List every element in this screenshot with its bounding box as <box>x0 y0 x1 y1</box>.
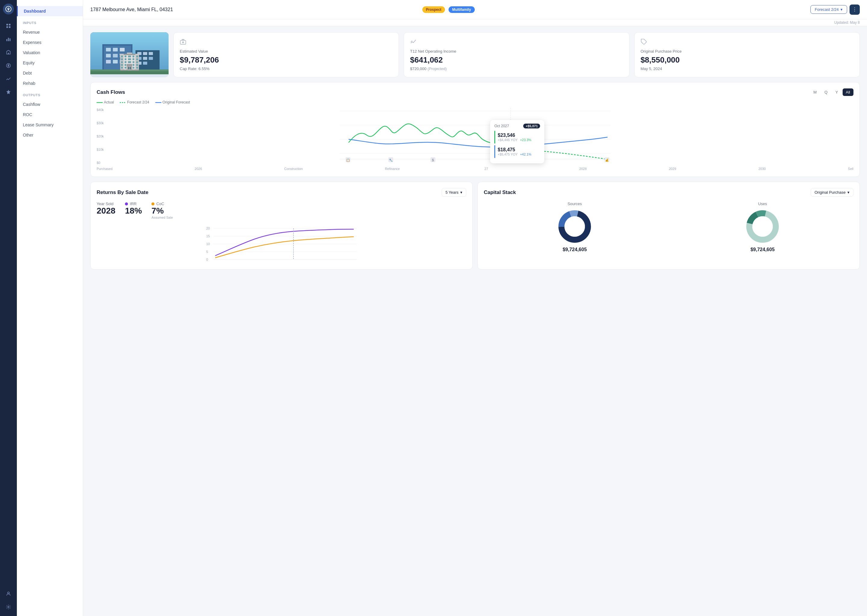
sidebar-item-dashboard[interactable]: Dashboard <box>17 6 83 16</box>
t12-noi-card: T12 Net Operating Income $641,062 $720,0… <box>404 32 629 77</box>
svg-rect-33 <box>143 62 147 64</box>
svg-rect-7 <box>8 38 9 41</box>
returns-header: Returns By Sale Date 5 Years ▾ <box>97 188 466 197</box>
svg-rect-31 <box>149 57 153 60</box>
uses-donut <box>744 209 780 245</box>
period-all-button[interactable]: All <box>843 88 853 96</box>
chart-title: Cash Flows <box>97 90 125 95</box>
nav-building-icon[interactable] <box>3 47 14 58</box>
nav-dollar-icon[interactable] <box>3 60 14 71</box>
nav-star-icon[interactable] <box>3 86 14 97</box>
tooltip-pct-2: +42.1% <box>520 152 531 156</box>
sidebar-item-equity[interactable]: Equity <box>17 58 83 68</box>
capital-stack-dropdown[interactable]: Original Purchase ▾ <box>811 188 853 197</box>
svg-rect-28 <box>149 52 153 55</box>
returns-chart: 20 15 10 5 0 <box>97 224 466 263</box>
sidebar-item-other[interactable]: Other <box>17 130 83 140</box>
svg-rect-18 <box>120 48 125 52</box>
cash-flows-svg: 📋 🔧 $ <box>97 108 853 165</box>
legend-original: Original Forecast <box>155 100 190 104</box>
svg-rect-26 <box>137 52 142 55</box>
chevron-down-icon: ▾ <box>460 190 462 195</box>
uses-section: Uses $9,724,605 <box>672 201 853 252</box>
stat-cards-row: Estimated Value $9,787,206 Cap Rate: 6.5… <box>90 32 860 77</box>
property-image-card <box>90 32 169 77</box>
sidebar-item-valuation[interactable]: Valuation <box>17 47 83 58</box>
returns-stats: Year Sold 2028 IRR 18% CoC <box>97 201 466 219</box>
svg-rect-2 <box>6 24 8 25</box>
chart-legend: Actual Forecast 2/24 Original Forecast <box>97 100 853 104</box>
forecast-button[interactable]: Forecast 2/24 ▾ <box>810 5 847 14</box>
tooltip-change-badge: +$5,071 <box>523 124 540 129</box>
svg-rect-22 <box>106 60 111 63</box>
svg-text:💰: 💰 <box>605 158 609 162</box>
capital-stack-card: Capital Stack Original Purchase ▾ Source… <box>478 182 860 269</box>
svg-rect-20 <box>113 54 118 57</box>
sidebar-item-rehab[interactable]: Rehab <box>17 78 83 88</box>
topbar-right: Forecast 2/24 ▾ ⋮ <box>810 5 860 15</box>
svg-rect-19 <box>106 54 111 57</box>
t12-noi-label: T12 Net Operating Income <box>410 49 623 53</box>
svg-text:15: 15 <box>206 234 210 238</box>
year-sold-label: Year Sold <box>97 201 115 206</box>
returns-dropdown[interactable]: 5 Years ▾ <box>441 188 466 197</box>
period-buttons: M Q Y All <box>810 88 853 96</box>
capital-charts: Sources $9,724,605 <box>484 201 853 252</box>
nav-user-icon[interactable] <box>3 588 14 599</box>
period-y-button[interactable]: Y <box>832 88 842 96</box>
topbar: 1787 Melbourne Ave, Miami FL, 04321 Pros… <box>83 0 867 19</box>
t12-noi-amount: $641,062 <box>410 55 623 64</box>
sidebar-item-roc[interactable]: ROC <box>17 110 83 120</box>
assumed-sale-label: Assumed Sale <box>151 216 173 219</box>
purchase-price-date: May 5, 2024 <box>641 66 853 71</box>
period-m-button[interactable]: M <box>810 88 820 96</box>
tooltip-yoy-1: +$4,446 YOY <box>498 138 517 141</box>
returns-title: Returns By Sale Date <box>97 190 148 195</box>
purchase-price-label: Original Purchase Price <box>641 49 853 53</box>
app-logo[interactable] <box>3 4 14 14</box>
coc-stat: CoC 7% Assumed Sale <box>151 201 173 219</box>
irr-value: 18% <box>125 206 142 216</box>
svg-rect-32 <box>137 62 142 64</box>
sources-amount: $9,724,605 <box>563 247 587 252</box>
nav-analytics-icon[interactable] <box>3 73 14 84</box>
sidebar-item-debt[interactable]: Debt <box>17 68 83 78</box>
nav-chart-icon[interactable] <box>3 34 14 44</box>
sources-section: Sources $9,724,605 <box>484 201 665 252</box>
nav-grid-icon[interactable] <box>3 20 14 31</box>
estimated-value-label: Estimated Value <box>180 49 393 53</box>
sidebar-item-revenue[interactable]: Revenue <box>17 27 83 37</box>
purchase-price-icon <box>641 39 853 47</box>
main-area: 1787 Melbourne Ave, Miami FL, 04321 Pros… <box>83 0 867 616</box>
t12-projected-label: (Projected) <box>427 66 447 71</box>
svg-rect-29 <box>137 57 142 60</box>
sidebar: Dashboard INPUTS Revenue Expenses Valuat… <box>17 0 83 616</box>
uses-label: Uses <box>758 201 767 206</box>
capital-stack-dropdown-label: Original Purchase <box>815 190 846 195</box>
content-area: Estimated Value $9,787,206 Cap Rate: 6.5… <box>83 26 867 616</box>
more-options-button[interactable]: ⋮ <box>850 5 860 15</box>
svg-point-12 <box>8 607 9 608</box>
sidebar-item-expenses[interactable]: Expenses <box>17 37 83 47</box>
t12-noi-sub: $720,000 (Projected) <box>410 66 623 71</box>
irr-stat: IRR 18% <box>125 201 142 216</box>
svg-rect-3 <box>9 24 11 25</box>
tooltip-sub-1: +$4,446 YOY +23.3% <box>498 138 540 141</box>
legend-forecast: Forecast 2/24 <box>120 100 149 104</box>
estimated-value-amount: $9,787,206 <box>180 55 393 64</box>
estimated-value-icon <box>180 39 393 47</box>
nav-settings-icon[interactable] <box>3 602 14 612</box>
svg-rect-35 <box>90 69 169 71</box>
t12-noi-icon <box>410 39 623 47</box>
returns-card: Returns By Sale Date 5 Years ▾ Year Sold… <box>90 182 473 269</box>
coc-dot <box>151 203 154 206</box>
svg-rect-17 <box>113 48 118 52</box>
period-q-button[interactable]: Q <box>821 88 831 96</box>
sidebar-item-cashflow[interactable]: Cashflow <box>17 99 83 110</box>
svg-rect-25 <box>136 50 159 71</box>
sidebar-item-lease-summary[interactable]: Lease Summary <box>17 120 83 130</box>
coc-value: 7% <box>151 206 173 216</box>
svg-rect-21 <box>120 54 125 57</box>
returns-dropdown-label: 5 Years <box>446 190 459 195</box>
tooltip-row-1: $23,546 +$4,446 YOY +23.3% <box>494 131 540 143</box>
